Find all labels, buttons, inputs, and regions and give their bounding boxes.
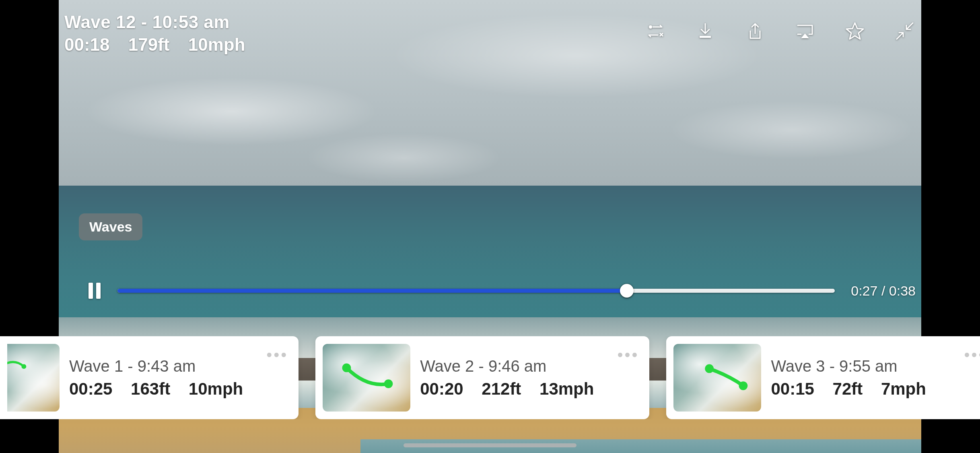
- wave-card[interactable]: Wave 1 - 9:43 am 00:25 163ft 10mph •••: [0, 336, 299, 419]
- svg-point-2: [21, 364, 26, 369]
- card-more-icon[interactable]: •••: [266, 346, 288, 364]
- seek-track[interactable]: [117, 289, 835, 293]
- wave-duration: 00:18: [64, 35, 110, 54]
- wave-card-distance: 72ft: [833, 379, 863, 398]
- card-more-icon[interactable]: •••: [964, 346, 980, 364]
- time-total: 0:38: [889, 283, 916, 298]
- wave-speed: 10mph: [188, 35, 245, 54]
- wave-card-text: Wave 1 - 9:43 am 00:25 163ft 10mph: [69, 357, 257, 399]
- star-icon[interactable]: [844, 20, 866, 42]
- wave-card-text: Wave 2 - 9:46 am 00:20 212ft 13mph: [420, 357, 607, 399]
- wave-card-speed: 10mph: [189, 379, 243, 398]
- wave-card-speed: 13mph: [539, 379, 594, 398]
- wave-card-title: Wave 2 - 9:46 am: [420, 357, 607, 375]
- svg-rect-1: [700, 36, 711, 38]
- wave-card-title: Wave 3 - 9:55 am: [771, 357, 954, 375]
- wave-thumbnail: [673, 344, 761, 412]
- playback-controls: 0:27 / 0:38: [89, 283, 916, 299]
- home-indicator[interactable]: [404, 443, 576, 447]
- wave-distance: 179ft: [128, 35, 170, 54]
- wave-card[interactable]: Wave 2 - 9:46 am 00:20 212ft 13mph •••: [315, 336, 649, 419]
- wave-card-title: Wave 1 - 9:43 am: [69, 357, 257, 375]
- video-toolbar: [644, 20, 916, 42]
- svg-point-4: [384, 379, 393, 388]
- svg-point-6: [739, 381, 748, 390]
- seek-fill: [117, 289, 627, 293]
- svg-point-0: [649, 25, 652, 29]
- wave-card-distance: 212ft: [482, 379, 521, 398]
- wave-title: Wave 12 - 10:53 am: [64, 12, 245, 32]
- exit-fullscreen-icon[interactable]: [894, 20, 916, 42]
- waves-chip-label: Waves: [89, 219, 132, 234]
- wave-card-speed: 7mph: [881, 379, 926, 398]
- wave-card-duration: 00:20: [420, 379, 463, 398]
- app-stage: Wave 12 - 10:53 am 00:18 179ft 10mph Wav…: [0, 0, 980, 453]
- trim-icon[interactable]: [644, 20, 666, 42]
- wave-card-duration: 00:15: [771, 379, 814, 398]
- seek-thumb[interactable]: [620, 284, 634, 298]
- wave-card-distance: 163ft: [131, 379, 170, 398]
- wave-card-text: Wave 3 - 9:55 am 00:15 72ft 7mph: [771, 357, 954, 399]
- wave-card-strip[interactable]: Wave 1 - 9:43 am 00:25 163ft 10mph ••• W…: [0, 336, 980, 419]
- download-icon[interactable]: [694, 20, 716, 42]
- airplay-icon[interactable]: [794, 20, 816, 42]
- waves-chip[interactable]: Waves: [79, 213, 142, 240]
- wave-thumbnail: [7, 344, 60, 412]
- share-icon[interactable]: [744, 20, 766, 42]
- wave-card-duration: 00:25: [69, 379, 112, 398]
- wave-thumbnail: [323, 344, 410, 412]
- card-more-icon[interactable]: •••: [617, 346, 639, 364]
- wave-overlay-info: Wave 12 - 10:53 am 00:18 179ft 10mph: [64, 12, 245, 55]
- pause-button[interactable]: [89, 283, 101, 299]
- playback-time: 0:27 / 0:38: [851, 283, 916, 299]
- wave-card[interactable]: Wave 3 - 9:55 am 00:15 72ft 7mph •••: [666, 336, 980, 419]
- time-current: 0:27: [851, 283, 877, 298]
